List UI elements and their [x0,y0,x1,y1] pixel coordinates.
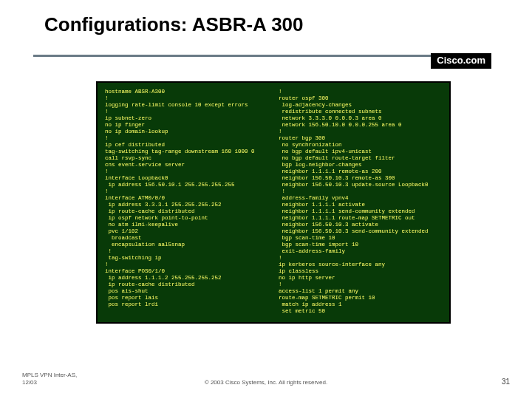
footer-copyright: © 2003 Cisco Systems, Inc. All rights re… [0,379,532,386]
header-bar-line [33,55,491,57]
config-left-column: hostname ABSR-A300 ! logging rate-limit … [105,89,268,315]
slide-title: Configurations: ASBR-A 300 [44,13,304,36]
config-code-block: hostname ABSR-A300 ! logging rate-limit … [96,81,451,324]
config-right-column: ! router ospf 300 log-adjacency-changes … [279,89,442,315]
header-rule: Cisco.com [0,53,532,71]
footer-topic: MPLS VPN Inter-AS, [22,372,77,378]
slide-number: 31 [502,378,510,386]
brand-box: Cisco.com [431,53,491,69]
